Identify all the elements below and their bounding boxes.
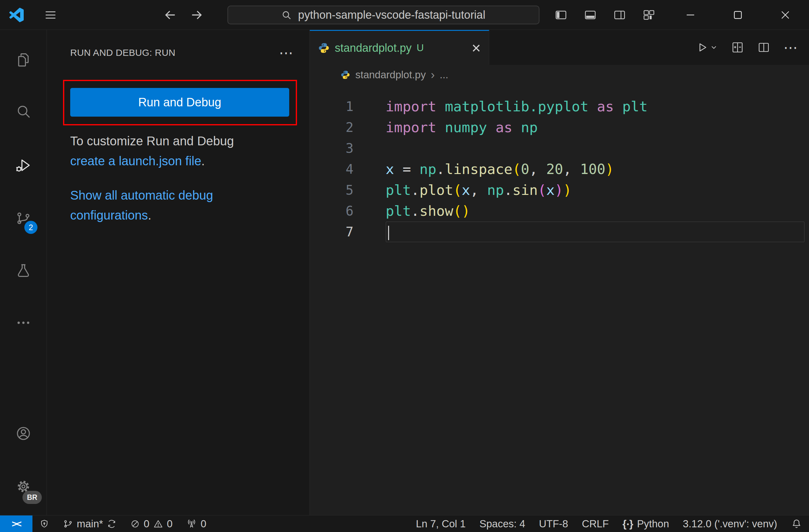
errors-count: 0: [143, 518, 149, 530]
minimize-button[interactable]: [667, 0, 714, 30]
notifications-bell-icon[interactable]: [784, 515, 809, 532]
code-line-1[interactable]: 1import matplotlib.pyplot as plt: [310, 96, 809, 117]
code-token: ,: [530, 161, 546, 177]
workspace-trust-button[interactable]: [32, 515, 56, 532]
indentation-button[interactable]: Spaces: 4: [473, 515, 532, 532]
code-text[interactable]: x = np.linspace(0, 20, 100): [385, 159, 805, 180]
ports-count: 0: [201, 518, 206, 530]
launch-json-link[interactable]: create a launch.json file: [70, 154, 201, 168]
line-number[interactable]: 3: [310, 138, 357, 159]
line-number[interactable]: 6: [310, 200, 357, 221]
code-token: linspace: [445, 161, 513, 177]
sidebar-header: RUN AND DEBUG: RUN ⋯: [70, 46, 293, 60]
git-branch-icon: [63, 519, 73, 529]
run-python-file-group: [695, 41, 718, 54]
split-editor-icon[interactable]: [757, 41, 770, 54]
language-status-button[interactable]: {•} Python: [616, 515, 676, 532]
line-number[interactable]: 5: [310, 180, 357, 200]
code-line-5[interactable]: 5plt.plot(x, np.sin(x)): [310, 180, 809, 200]
search-sidebar-icon[interactable]: [0, 95, 47, 127]
toggle-sidebar-icon[interactable]: [554, 8, 568, 21]
explorer-icon[interactable]: [0, 44, 47, 76]
search-icon: [281, 10, 292, 20]
code-line-3[interactable]: 3: [310, 138, 809, 159]
testing-beaker-icon[interactable]: [0, 254, 47, 287]
code-token: x: [462, 182, 470, 198]
open-changes-icon[interactable]: [731, 41, 744, 54]
eol-button[interactable]: CRLF: [575, 515, 616, 532]
vscode-window: python-sample-vscode-fastapi-tutorial: [0, 0, 809, 532]
code-editor[interactable]: 1import matplotlib.pyplot as plt2import …: [310, 85, 809, 515]
account-icon[interactable]: [0, 417, 47, 450]
run-and-debug-button[interactable]: Run and Debug: [70, 88, 289, 117]
toggle-panel-icon[interactable]: [584, 8, 597, 21]
code-token: plt: [385, 182, 411, 198]
source-control-badge: 2: [24, 221, 37, 234]
toggle-secondary-sidebar-icon[interactable]: [613, 8, 626, 21]
settings-gear-icon[interactable]: BR: [0, 470, 47, 503]
customize-note-period: .: [201, 154, 205, 168]
breadcrumb-file[interactable]: standardplot.py: [355, 69, 426, 81]
run-and-debug-sidebar: RUN AND DEBUG: RUN ⋯ Run and Debug To cu…: [47, 30, 310, 515]
code-token: [512, 119, 521, 136]
problems-button[interactable]: 0 0: [123, 515, 179, 532]
code-text[interactable]: [385, 221, 805, 242]
code-token: 0: [521, 161, 530, 177]
back-arrow-icon[interactable]: [163, 8, 177, 22]
tab-standardplot[interactable]: standardplot.py U ×: [310, 30, 489, 65]
customize-layout-icon[interactable]: [642, 8, 655, 21]
code-token: sin: [512, 182, 537, 198]
code-token: =: [402, 161, 411, 177]
code-text[interactable]: import matplotlib.pyplot as plt: [385, 96, 805, 117]
show-all-note: Show all automatic debug configurations.: [70, 185, 245, 225]
code-line-7[interactable]: 7: [310, 221, 809, 242]
source-control-icon[interactable]: 2: [0, 202, 47, 234]
code-text[interactable]: import numpy as np: [385, 117, 805, 138]
code-token: .: [504, 182, 512, 198]
encoding-button[interactable]: UTF-8: [532, 515, 575, 532]
more-views-icon[interactable]: [0, 306, 47, 339]
code-token: plot: [419, 182, 453, 198]
maximize-button[interactable]: [714, 0, 761, 30]
profile-badge: BR: [22, 491, 42, 504]
command-center-search[interactable]: python-sample-vscode-fastapi-tutorial: [227, 6, 539, 24]
main-area: 2 BR RUN AND DEBUG: RUN ⋯ Run and: [0, 30, 809, 515]
code-token: np: [521, 119, 538, 136]
views-and-more-actions-icon[interactable]: ⋯: [279, 46, 293, 60]
line-number[interactable]: 2: [310, 117, 357, 138]
git-branch-button[interactable]: main*: [56, 515, 123, 532]
more-actions-icon[interactable]: ⋯: [784, 40, 798, 55]
code-text[interactable]: plt.show(): [385, 200, 805, 221]
line-number[interactable]: 7: [310, 221, 357, 242]
run-file-icon[interactable]: [695, 41, 708, 54]
code-token: as: [496, 119, 512, 136]
run-dropdown-chevron-icon[interactable]: [710, 43, 718, 51]
forward-arrow-icon[interactable]: [190, 8, 204, 22]
activity-bar: 2 BR: [0, 30, 47, 515]
code-line-4[interactable]: 4x = np.linspace(0, 20, 100): [310, 159, 809, 180]
code-token: plt: [385, 203, 411, 219]
ports-button[interactable]: 0: [179, 515, 213, 532]
close-tab-icon[interactable]: ×: [472, 40, 481, 56]
code-text[interactable]: plt.plot(x, np.sin(x)): [385, 180, 805, 200]
run-and-debug-icon[interactable]: [0, 149, 47, 181]
show-all-configurations-link[interactable]: Show all automatic debug configurations: [70, 188, 213, 222]
code-line-2[interactable]: 2import numpy as np: [310, 117, 809, 138]
customize-note: To customize Run and Debug create a laun…: [70, 131, 270, 171]
code-token: ): [605, 161, 614, 177]
breadcrumb-symbol[interactable]: ...: [440, 69, 448, 81]
line-number[interactable]: 4: [310, 159, 357, 180]
code-line-6[interactable]: 6plt.show(): [310, 200, 809, 221]
code-text[interactable]: [385, 138, 805, 159]
cursor-position-button[interactable]: Ln 7, Col 1: [409, 515, 473, 532]
status-bar-right: Ln 7, Col 1 Spaces: 4 UTF-8 CRLF {•} Pyt…: [409, 515, 809, 532]
status-bar: >< main* 0 0 0: [0, 515, 809, 532]
close-window-button[interactable]: [761, 0, 809, 30]
code-token: (: [538, 182, 546, 198]
line-number[interactable]: 1: [310, 96, 357, 117]
menu-hamburger-icon[interactable]: [44, 8, 57, 22]
sidebar-title: RUN AND DEBUG: RUN: [70, 48, 175, 58]
python-interpreter-button[interactable]: 3.12.0 ('.venv': venv): [676, 515, 784, 532]
remote-indicator-button[interactable]: ><: [0, 515, 32, 532]
code-token: plt: [622, 98, 648, 115]
